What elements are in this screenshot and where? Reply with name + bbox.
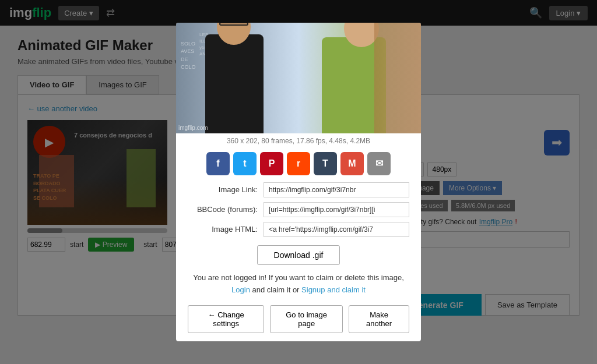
- image-html-input[interactable]: [264, 222, 409, 237]
- and-claim-text: and claim it: [252, 285, 291, 294]
- share-twitter-button[interactable]: t: [233, 152, 257, 175]
- share-tumblr-button[interactable]: T: [314, 152, 337, 175]
- gif-image: SOLOAVESDECOLO LESILLOybrANCC imgflip.: [176, 23, 421, 133]
- share-pinterest-button[interactable]: P: [260, 152, 283, 175]
- image-link-row: Image Link:: [176, 180, 421, 200]
- share-gmail-button[interactable]: M: [340, 152, 364, 175]
- signup-claim-link[interactable]: Signup and claim it: [301, 285, 366, 294]
- gif-text-left: SOLOAVESDECOLO: [181, 40, 196, 72]
- modal: SOLOAVESDECOLO LESILLOybrANCC imgflip.: [176, 23, 421, 342]
- share-facebook-button[interactable]: f: [206, 152, 230, 175]
- image-link-label: Image Link:: [188, 185, 258, 194]
- gif-meta: 360 x 202, 80 frames, 17.86 fps, 4.48s, …: [176, 133, 421, 147]
- make-another-button[interactable]: Make another: [349, 305, 409, 333]
- go-to-image-button[interactable]: Go to image page: [270, 305, 343, 333]
- change-settings-button[interactable]: ← Change settings: [188, 305, 264, 333]
- bbcode-row: BBCode (forums):: [176, 200, 421, 220]
- or-text: or: [293, 285, 300, 294]
- modal-overlay: SOLOAVESDECOLO LESILLOybrANCC imgflip.: [0, 0, 597, 364]
- bg-right: [374, 23, 421, 133]
- download-gif-button[interactable]: Download .gif: [257, 245, 340, 265]
- image-link-input[interactable]: [264, 182, 409, 197]
- download-row: Download .gif: [176, 239, 421, 268]
- login-claim-link[interactable]: Login: [231, 285, 250, 294]
- share-email-button[interactable]: ✉: [367, 152, 391, 175]
- not-logged-message: You are not logged in! If you want to cl…: [176, 268, 421, 302]
- gif-preview: SOLOAVESDECOLO LESILLOybrANCC imgflip.: [176, 23, 421, 133]
- bbcode-label: BBCode (forums):: [188, 205, 258, 214]
- share-reddit-button[interactable]: r: [287, 152, 310, 175]
- person-left: [205, 34, 264, 133]
- image-html-label: Image HTML:: [188, 225, 258, 234]
- image-html-row: Image HTML:: [176, 220, 421, 239]
- social-share-row: f t P r T M ✉: [176, 147, 421, 180]
- glasses: [219, 23, 248, 26]
- not-logged-text: You are not logged in! If you want to cl…: [193, 273, 404, 282]
- bbcode-input[interactable]: [264, 202, 409, 217]
- modal-actions: ← Change settings Go to image page Make …: [176, 302, 421, 341]
- imgflip-watermark: imgflip.com: [178, 125, 208, 131]
